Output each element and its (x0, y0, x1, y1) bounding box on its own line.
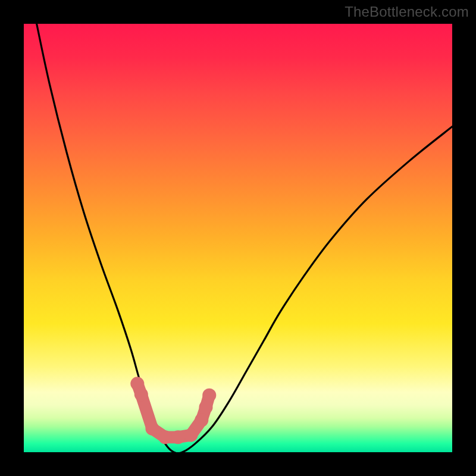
heat-gradient-background (24, 24, 452, 452)
chart-frame: TheBottleneck.com (0, 0, 476, 476)
watermark-text: TheBottleneck.com (345, 4, 469, 20)
plot-area (24, 24, 452, 452)
